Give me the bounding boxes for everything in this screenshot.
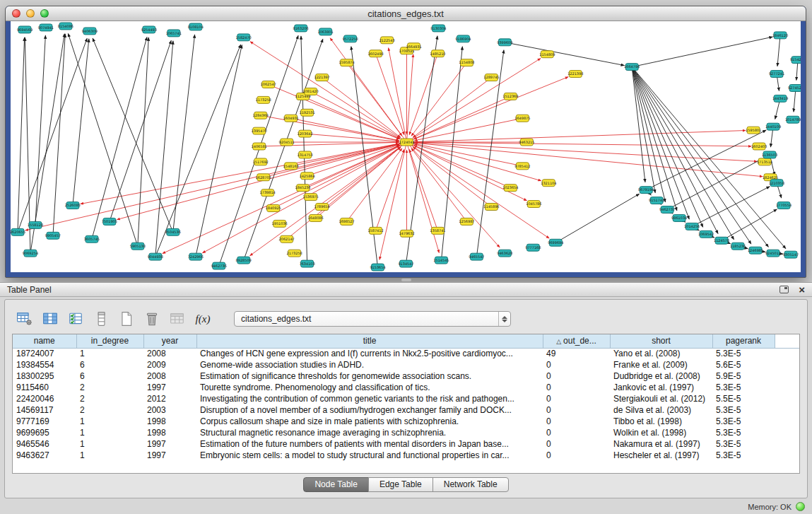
graph-node[interactable]: 9245012	[765, 250, 781, 257]
float-panel-icon[interactable]	[779, 286, 789, 293]
new-table-icon[interactable]	[117, 310, 136, 328]
graph-node[interactable]: 1210358	[769, 180, 784, 187]
graph-node[interactable]: 1203642	[298, 130, 313, 137]
graph-node[interactable]: 1558128	[28, 221, 43, 228]
delete-table-icon[interactable]	[142, 310, 162, 328]
graph-node[interactable]: 2620655	[11, 228, 25, 235]
graph-node[interactable]: 1023654	[502, 185, 518, 192]
graph-node[interactable]: 1698527	[339, 218, 354, 225]
table-row[interactable]: 2242004622012Investigating the contribut…	[13, 393, 799, 404]
graph-node[interactable]: 1951036	[272, 220, 288, 227]
graph-node[interactable]: 1739814	[260, 189, 276, 197]
graph-node[interactable]: 7634103	[300, 260, 315, 267]
graph-node[interactable]: 8154086	[58, 23, 73, 30]
graph-node[interactable]: 1154808	[459, 59, 474, 66]
graph-node[interactable]: 2062147	[279, 235, 295, 243]
graph-node[interactable]: 1536975	[303, 194, 319, 201]
graph-node[interactable]: 1284369	[253, 112, 269, 119]
graph-node[interactable]: 1221398	[567, 71, 583, 78]
table-row[interactable]: 1830029562008Estimation of significance …	[13, 370, 799, 382]
graph-node[interactable]: 1582470	[236, 34, 252, 41]
graph-node[interactable]: 9785412	[514, 163, 530, 170]
graph-node[interactable]: 1124578	[714, 237, 729, 244]
graph-node[interactable]: 1713514	[757, 158, 772, 165]
single-column-view-icon[interactable]	[91, 310, 111, 328]
column-header-pagerank[interactable]: pagerank	[712, 334, 775, 348]
graph-node[interactable]: 9186904	[455, 35, 471, 42]
graph-node[interactable]: 1648086	[308, 214, 324, 221]
graph-node[interactable]: 8130304	[430, 25, 446, 32]
graph-node[interactable]: 1485210	[430, 50, 445, 57]
graph-node[interactable]: 1289745	[483, 74, 499, 81]
graph-node[interactable]: 9462737	[659, 206, 675, 214]
table-row[interactable]: 969969511998Structural magnetic resonanc…	[13, 427, 799, 438]
graph-node[interactable]: 9572258	[342, 35, 358, 42]
graph-node[interactable]: 9399609	[497, 39, 512, 46]
graph-node[interactable]: 1069542	[698, 230, 714, 238]
graph-node[interactable]: 1062547	[261, 81, 276, 88]
graph-node[interactable]: 1321104	[541, 180, 556, 187]
graph-node[interactable]: 9777168	[525, 244, 541, 251]
graph-node[interactable]: 9277241	[769, 71, 784, 78]
graph-node[interactable]: 9151741	[649, 197, 664, 204]
graph-node[interactable]: 1845236	[295, 185, 311, 192]
graph-node[interactable]: 1173258	[256, 96, 271, 103]
graph-node[interactable]: 2526085	[65, 202, 81, 209]
graph-node[interactable]: 8163206	[293, 25, 309, 32]
graph-node[interactable]: 9204511	[279, 139, 295, 146]
graph-node[interactable]: 8108104	[188, 23, 204, 30]
splitter-handle-icon[interactable]	[401, 279, 411, 281]
graph-node[interactable]: 1440109	[765, 123, 781, 130]
graph-node[interactable]: 3605745	[84, 235, 100, 243]
graph-node[interactable]: 1840925	[266, 205, 281, 212]
graph-node[interactable]: 1014256	[684, 223, 700, 230]
table-row[interactable]: 946554611997Estimation of the future num…	[13, 438, 799, 450]
graph-node[interactable]: 1185236	[730, 243, 746, 250]
graph-node[interactable]: 1628703	[256, 174, 271, 181]
graph-node[interactable]: 1136503	[762, 151, 777, 158]
graph-node[interactable]: 9406309	[82, 28, 98, 35]
graph-node[interactable]: 1602403	[751, 143, 767, 150]
graph-node[interactable]: 9905457	[45, 232, 61, 239]
graph-node[interactable]: 1145896	[483, 204, 499, 211]
network-graph[interactable]: 1724041920451116049311125449122139715958…	[11, 21, 801, 272]
graph-node[interactable]: 9305147	[783, 251, 799, 258]
graph-node[interactable]: 1846120	[772, 32, 788, 39]
graph-node[interactable]: 9154201	[790, 57, 801, 64]
graph-node[interactable]: 1789654	[314, 204, 330, 211]
graph-node[interactable]: 1425864	[300, 173, 315, 180]
table-row[interactable]: 1872400712008Changes of HCN gene express…	[13, 348, 799, 359]
tab-network-table[interactable]: Network Table	[433, 477, 509, 492]
graph-node[interactable]: 9699694	[548, 239, 563, 246]
graph-node[interactable]: 1063801	[318, 28, 334, 35]
graph-node[interactable]: 1649875	[514, 115, 530, 122]
graph-node[interactable]: 9465547	[469, 253, 484, 260]
table-row[interactable]: 911546021997Tourette syndrome. Phenomeno…	[13, 382, 799, 393]
graph-node[interactable]: 1664794	[624, 64, 640, 71]
graph-node[interactable]: 9462736	[211, 262, 227, 269]
graph-node[interactable]: 1770554	[776, 202, 792, 209]
graph-node[interactable]: 9694569	[17, 26, 33, 33]
graph-node[interactable]: 8504536	[165, 228, 181, 235]
graph-node[interactable]: 1045786	[526, 201, 541, 208]
import-table-icon[interactable]	[167, 310, 187, 328]
graph-node[interactable]: 9254493	[141, 26, 157, 33]
graph-node[interactable]: 5905138	[130, 243, 146, 250]
graph-node[interactable]: 1221397	[314, 74, 330, 81]
graph-node[interactable]: 9074941	[38, 24, 54, 31]
graph-node[interactable]: 9861034	[671, 214, 687, 221]
select-columns-icon[interactable]	[40, 310, 60, 328]
graph-node[interactable]: 1512369	[502, 93, 518, 100]
edit-rows-icon[interactable]	[66, 310, 86, 328]
graph-node[interactable]: 9153654	[370, 264, 385, 271]
graph-node[interactable]: 1314753	[298, 151, 313, 158]
graph-node[interactable]: 9274521	[788, 84, 801, 91]
graph-node[interactable]: 2122543	[379, 37, 394, 44]
graph-node[interactable]: 1517692	[253, 158, 269, 165]
graph-node[interactable]: 9463628	[497, 250, 512, 257]
column-header-short[interactable]: short	[610, 334, 712, 348]
column-header-name[interactable]: name	[13, 334, 76, 348]
graph-node[interactable]: 1443419	[772, 95, 788, 102]
graph-node[interactable]: 1246985	[748, 247, 763, 254]
graph-node[interactable]: 1548163	[283, 163, 299, 170]
